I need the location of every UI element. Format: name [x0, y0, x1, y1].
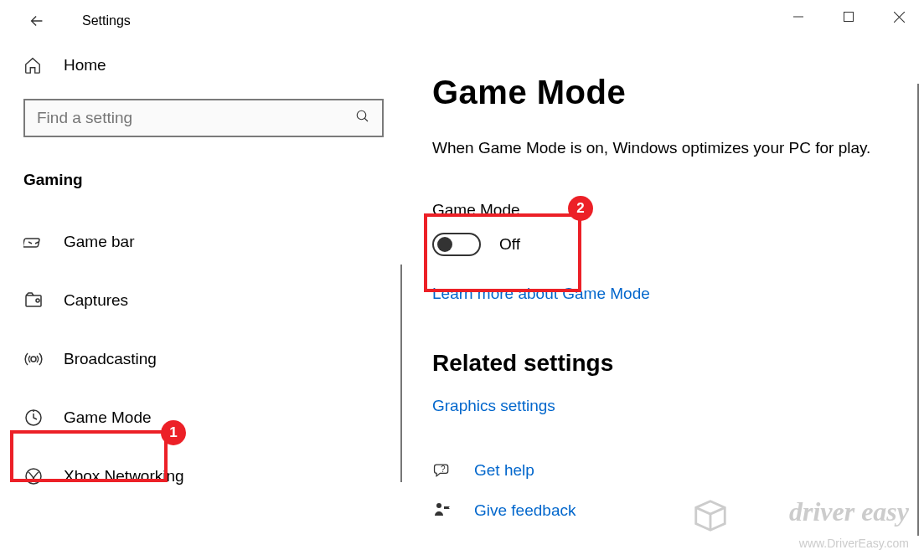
- page-description: When Game Mode is on, Windows optimizes …: [432, 136, 876, 161]
- sidebar-item-xbox[interactable]: Xbox Networking: [23, 447, 382, 506]
- sidebar-item-captures[interactable]: Captures: [23, 271, 382, 330]
- svg-line-5: [364, 118, 368, 121]
- annotation-badge-2: 2: [568, 196, 593, 221]
- search-icon: [355, 109, 370, 127]
- svg-text:?: ?: [441, 465, 446, 474]
- sidebar-item-label: Game Mode: [64, 408, 152, 427]
- sidebar-item-broadcasting[interactable]: Broadcasting: [23, 330, 382, 388]
- maximize-button[interactable]: [823, 0, 874, 33]
- get-help-link[interactable]: Get help: [474, 461, 534, 480]
- sidebar-item-gamebar[interactable]: Game bar: [23, 213, 382, 271]
- minimize-button[interactable]: [773, 0, 823, 33]
- window-title: Settings: [82, 13, 131, 28]
- back-button[interactable]: [23, 8, 50, 34]
- related-settings-heading: Related settings: [432, 350, 899, 377]
- help-icon: ?: [432, 460, 456, 480]
- sidebar-item-label: Broadcasting: [64, 350, 157, 368]
- sidebar-home-label: Home: [64, 56, 106, 74]
- gamemode-icon: [23, 408, 45, 428]
- svg-line-7: [28, 242, 32, 244]
- learn-more-link[interactable]: Learn more about Game Mode: [432, 285, 650, 303]
- content-scroll-indicator[interactable]: [917, 84, 919, 536]
- give-feedback-link[interactable]: Give feedback: [474, 501, 576, 520]
- xbox-icon: [23, 466, 45, 486]
- sidebar-item-gamemode[interactable]: Game Mode: [23, 388, 382, 447]
- svg-point-16: [436, 503, 441, 508]
- sidebar-scroll-indicator[interactable]: [400, 265, 402, 482]
- svg-point-14: [26, 469, 41, 484]
- gamemode-toggle[interactable]: [432, 233, 481, 256]
- gamebar-icon: [23, 232, 45, 252]
- sidebar-item-label: Game bar: [64, 233, 134, 251]
- svg-point-10: [36, 299, 39, 302]
- home-icon: [23, 56, 44, 74]
- sidebar-section-header: Gaming: [23, 171, 382, 189]
- annotation-badge-1: 1: [161, 420, 186, 445]
- sidebar-home[interactable]: Home: [23, 42, 382, 89]
- svg-point-11: [31, 357, 36, 362]
- svg-point-4: [357, 110, 366, 120]
- feedback-icon: [432, 501, 456, 521]
- sidebar-item-label: Xbox Networking: [64, 467, 184, 486]
- search-input[interactable]: [37, 109, 355, 127]
- search-box[interactable]: [23, 99, 384, 137]
- close-button[interactable]: [874, 0, 924, 33]
- toggle-knob: [437, 237, 452, 252]
- captures-icon: [23, 290, 45, 311]
- page-title: Game Mode: [432, 74, 899, 111]
- toggle-label: Game Mode: [432, 201, 899, 219]
- graphics-settings-link[interactable]: Graphics settings: [432, 397, 555, 415]
- broadcast-icon: [23, 349, 45, 369]
- svg-rect-1: [844, 13, 854, 22]
- sidebar-item-label: Captures: [64, 291, 128, 310]
- toggle-state: Off: [499, 235, 520, 254]
